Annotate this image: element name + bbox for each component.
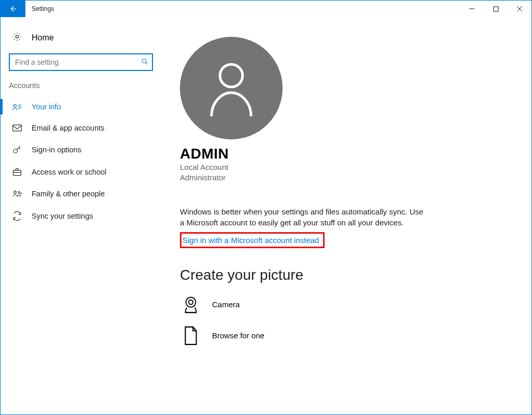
sidebar-item-label: Sync your settings <box>32 212 93 220</box>
person-card-icon <box>12 102 22 111</box>
gear-icon <box>12 32 22 44</box>
sidebar-item-label: Sign-in options <box>32 146 81 154</box>
sidebar-item-access-work[interactable]: Access work or school <box>1 161 161 183</box>
people-icon <box>12 189 22 198</box>
minimize-icon <box>469 6 475 12</box>
account-role: Administrator <box>180 173 511 183</box>
close-icon <box>516 6 523 12</box>
sidebar-item-label: Your info <box>32 103 61 111</box>
briefcase-icon <box>12 167 22 177</box>
main-content: ADMIN Local Account Administrator Window… <box>161 17 531 414</box>
avatar <box>180 37 283 139</box>
minimize-button[interactable] <box>460 1 484 17</box>
close-button[interactable] <box>508 1 531 17</box>
window-controls <box>460 1 531 17</box>
maximize-icon <box>493 6 499 12</box>
search-container <box>9 53 153 71</box>
svg-rect-1 <box>494 7 498 11</box>
user-name: ADMIN <box>180 146 511 162</box>
maximize-button[interactable] <box>484 1 508 17</box>
svg-rect-11 <box>13 125 22 131</box>
home-label: Home <box>32 33 54 42</box>
svg-point-18 <box>189 299 193 304</box>
sidebar-item-label: Email & app accounts <box>32 124 104 132</box>
title-bar: Settings <box>1 1 531 17</box>
arrow-left-icon <box>8 4 18 13</box>
svg-point-14 <box>14 191 17 194</box>
sidebar-item-label: Access work or school <box>32 168 106 176</box>
svg-point-17 <box>186 297 196 307</box>
camera-label: Camera <box>212 300 240 309</box>
svg-point-4 <box>16 35 18 38</box>
browse-option[interactable]: Browse for one <box>180 326 511 346</box>
sidebar-item-signin-options[interactable]: Sign-in options <box>1 138 161 161</box>
camera-icon <box>180 295 202 314</box>
browse-label: Browse for one <box>212 331 264 340</box>
svg-point-16 <box>220 64 243 87</box>
sync-description: Windows is better when your settings and… <box>180 206 424 228</box>
sync-icon <box>12 211 22 221</box>
sidebar: Home Accounts Your info <box>1 17 161 414</box>
home-nav[interactable]: Home <box>1 27 161 53</box>
svg-point-15 <box>18 192 20 194</box>
sidebar-item-email-accounts[interactable]: Email & app accounts <box>1 118 161 138</box>
search-input[interactable] <box>9 53 153 71</box>
back-button[interactable] <box>1 1 25 17</box>
mail-icon <box>12 124 22 132</box>
person-icon <box>203 57 260 119</box>
sidebar-item-your-info[interactable]: Your info <box>1 96 161 118</box>
sidebar-item-label: Family & other people <box>32 190 105 198</box>
account-type: Local Account <box>180 162 511 173</box>
camera-option[interactable]: Camera <box>180 295 511 314</box>
window-title: Settings <box>25 1 60 17</box>
key-icon <box>12 145 22 155</box>
signin-microsoft-link[interactable]: Sign in with a Microsoft account instead <box>180 232 325 248</box>
sidebar-item-family[interactable]: Family & other people <box>1 183 161 205</box>
svg-rect-13 <box>13 170 21 176</box>
sidebar-item-sync[interactable]: Sync your settings <box>1 205 161 227</box>
svg-point-7 <box>13 105 16 107</box>
file-icon <box>180 326 202 346</box>
sidebar-section-label: Accounts <box>1 81 161 96</box>
picture-heading: Create your picture <box>180 267 511 283</box>
